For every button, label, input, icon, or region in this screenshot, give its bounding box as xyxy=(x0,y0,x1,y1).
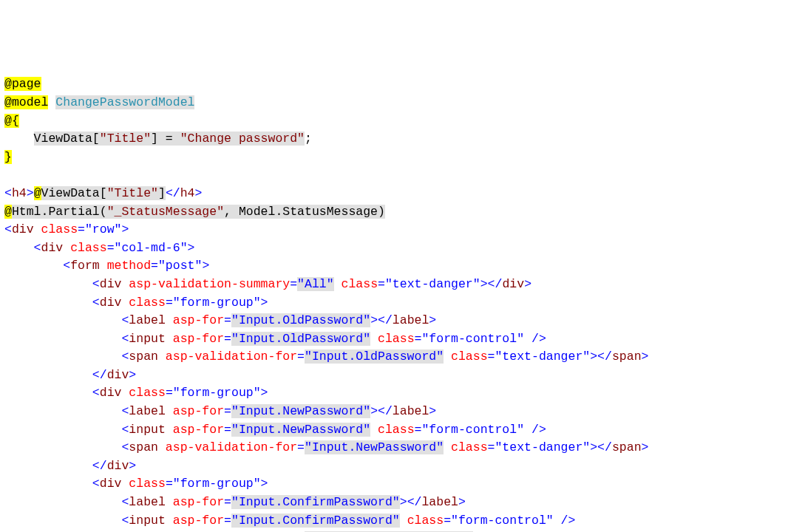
attr-value: "All" xyxy=(297,277,334,291)
asp-for-attr: asp-for xyxy=(173,495,224,509)
attr-value: "text-danger" xyxy=(495,440,590,454)
asp-validation-for-attr: asp-validation-for xyxy=(166,349,297,364)
label-tag: label xyxy=(129,495,166,509)
viewdata-inline: ViewData["Title"] xyxy=(41,186,166,200)
asp-for-attr: asp-for xyxy=(173,423,224,437)
razor-codeblock-open: @{ xyxy=(4,114,19,128)
razor-directive: @page xyxy=(4,77,41,91)
class-attr: class xyxy=(451,440,488,454)
attr-value: "form-group" xyxy=(173,296,261,310)
attr-value: "form-control" xyxy=(451,514,554,528)
class-attr: class xyxy=(407,514,444,528)
razor-codeblock-close: } xyxy=(4,150,12,164)
code-editor[interactable]: @page @model ChangePasswordModel @{ View… xyxy=(0,72,788,532)
razor-directive: @model xyxy=(4,95,48,109)
div-tag: div xyxy=(41,241,64,255)
h4-tag: h4 xyxy=(180,186,195,200)
attr-value: "Input.NewPassword" xyxy=(305,440,444,454)
razor-at: @ xyxy=(34,186,41,200)
class-attr: class xyxy=(129,477,166,491)
asp-for-attr: asp-for xyxy=(173,332,224,346)
viewdata-ref: ViewData["Title"] = "Change password" xyxy=(34,132,305,146)
model-type: ChangePasswordModel xyxy=(55,95,194,109)
attr-value: "Input.NewPassword" xyxy=(231,404,370,418)
input-tag: input xyxy=(129,514,166,528)
attr-value: "Input.NewPassword" xyxy=(231,423,370,437)
class-attr: class xyxy=(378,332,415,346)
attr-value: "Input.OldPassword" xyxy=(305,349,444,364)
div-tag: div xyxy=(12,222,34,236)
asp-for-attr: asp-for xyxy=(173,514,224,528)
span-tag: span xyxy=(129,440,158,454)
method-attr: method xyxy=(107,259,151,273)
h4-tag: h4 xyxy=(12,186,27,200)
class-attr: class xyxy=(451,349,488,364)
attr-value: "form-group" xyxy=(173,477,261,491)
div-tag: div xyxy=(100,277,122,291)
asp-for-attr: asp-for xyxy=(173,404,224,418)
class-attr: class xyxy=(378,423,415,437)
div-tag: div xyxy=(100,386,122,400)
tag-close: > xyxy=(27,186,34,200)
tag-open: </ xyxy=(166,186,180,200)
html-partial-call: Html.Partial("_StatusMessage", Model.Sta… xyxy=(12,205,385,219)
attr-value: "form-control" xyxy=(421,332,524,346)
razor-at: @ xyxy=(4,205,12,219)
class-attr: class xyxy=(342,277,378,291)
label-tag: label xyxy=(129,313,166,327)
attr-value: "Input.ConfirmPassword" xyxy=(231,514,400,528)
tag-close: > xyxy=(195,186,203,200)
attr-value: "Input.OldPassword" xyxy=(231,313,370,327)
label-tag: label xyxy=(129,404,166,418)
class-attr: class xyxy=(41,222,78,236)
input-tag: input xyxy=(129,423,166,437)
tag-open: < xyxy=(4,186,12,200)
span-tag: span xyxy=(129,349,158,364)
div-tag: div xyxy=(100,477,122,491)
attr-value: "Input.OldPassword" xyxy=(231,332,370,346)
attr-value: "col-md-6" xyxy=(115,241,188,255)
div-tag: div xyxy=(100,296,122,310)
tag-open: < xyxy=(4,222,12,236)
class-attr: class xyxy=(70,241,107,255)
asp-for-attr: asp-for xyxy=(173,313,224,327)
form-tag: form xyxy=(70,259,100,273)
semicolon: ; xyxy=(305,132,312,146)
asp-validation-summary-attr: asp-validation-summary xyxy=(129,277,290,291)
attr-value: "text-danger" xyxy=(385,277,480,291)
attr-value: "row" xyxy=(85,222,122,236)
attr-value: "form-group" xyxy=(173,386,261,400)
attr-value: "post" xyxy=(158,259,202,273)
attr-value: "form-control" xyxy=(421,423,524,437)
attr-value: "text-danger" xyxy=(495,349,590,364)
asp-validation-for-attr: asp-validation-for xyxy=(166,440,297,454)
class-attr: class xyxy=(129,296,166,310)
class-attr: class xyxy=(129,386,166,400)
input-tag: input xyxy=(129,332,166,346)
attr-value: "Input.ConfirmPassword" xyxy=(231,495,400,509)
